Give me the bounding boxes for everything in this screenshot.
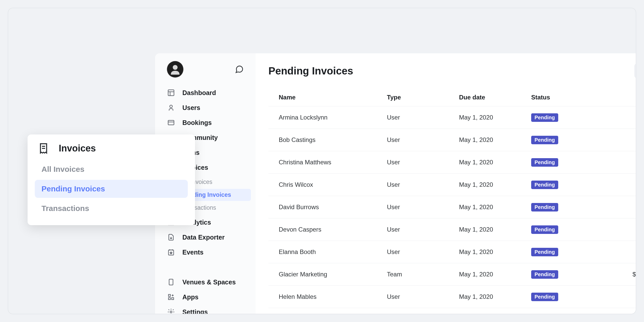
- cell-status: Pending: [531, 293, 601, 301]
- sidebar-item-users[interactable]: Users: [160, 100, 251, 115]
- cell-total: $280.75: [601, 159, 636, 166]
- sidebar-item-label: Venues & Spaces: [182, 278, 236, 286]
- cell-name: Chris Wilcox: [279, 181, 387, 188]
- cell-type: User: [387, 114, 459, 121]
- table-row[interactable]: Chris WilcoxUserMay 1, 2020Pending$314.5…: [268, 174, 636, 196]
- svg-rect-24: [172, 298, 174, 300]
- table-row[interactable]: Christina MatthewsUserMay 1, 2020Pending…: [268, 151, 636, 174]
- cell-due: May 1, 2020: [459, 114, 531, 121]
- search-box[interactable]: [634, 64, 636, 78]
- sidebar-item-venues[interactable]: Venues & Spaces: [160, 275, 251, 290]
- sidebar-item-apps[interactable]: Apps: [160, 290, 251, 304]
- table-row[interactable]: Elanna BoothUserMay 1, 2020Pending$320.0…: [268, 241, 636, 263]
- status-badge: Pending: [531, 248, 558, 256]
- cell-total: $500.00: [601, 226, 636, 233]
- sidebar-item-label: Users: [182, 104, 200, 112]
- apps-icon: [167, 293, 175, 301]
- sidebar-item-bookings[interactable]: Bookings: [160, 115, 251, 130]
- cell-due: May 1, 2020: [459, 181, 531, 188]
- cell-status: Pending: [531, 270, 601, 279]
- table-row[interactable]: Armina LockslynnUserMay 1, 2020Pending$1…: [268, 106, 636, 129]
- avatar-icon: [167, 62, 183, 77]
- table-row[interactable]: Glacier MarketingTeamMay 1, 2020Pending$…: [268, 263, 636, 286]
- popover-item-pending-invoices[interactable]: Pending Invoices: [35, 180, 188, 198]
- cell-due: May 1, 2020: [459, 293, 531, 300]
- cell-total: $660.00: [601, 204, 636, 211]
- column-header-status: Status: [531, 94, 601, 101]
- status-badge: Pending: [531, 270, 558, 279]
- svg-point-5: [170, 105, 172, 108]
- table-header: Name Type Due date Status Total: [268, 88, 636, 106]
- table-row[interactable]: Helen MablesUserMay 1, 2020Pending$192.5…: [268, 286, 636, 308]
- popover-title: Invoices: [59, 143, 96, 154]
- cell-status: Pending: [531, 248, 601, 256]
- sidebar-item-data-exporter[interactable]: Data Exporter: [160, 230, 251, 245]
- cell-due: May 1, 2020: [459, 204, 531, 211]
- chat-icon[interactable]: [235, 65, 244, 74]
- column-header-name: Name: [279, 94, 387, 101]
- user-icon: [167, 104, 175, 112]
- column-header-type: Type: [387, 94, 459, 101]
- table-row[interactable]: Jonathan LouisUserMay 1, 2020Pending$264…: [268, 308, 636, 314]
- status-badge: Pending: [531, 113, 558, 122]
- status-badge: Pending: [531, 293, 558, 301]
- status-badge: Pending: [531, 181, 558, 189]
- sidebar-header: [160, 61, 251, 83]
- cell-type: User: [387, 136, 459, 143]
- page-title: Pending Invoices: [268, 65, 353, 77]
- svg-rect-23: [168, 298, 171, 300]
- table-row[interactable]: David BurrowsUserMay 1, 2020Pending$660.…: [268, 196, 636, 218]
- popover-items: All Invoices Pending Invoices Transactio…: [35, 160, 188, 217]
- cell-status: Pending: [531, 181, 601, 189]
- receipt-icon: [37, 142, 50, 155]
- table-row[interactable]: Devon CaspersUserMay 1, 2020Pending$500.…: [268, 218, 636, 241]
- cell-name: Devon Caspers: [279, 226, 387, 233]
- main-content: Pending Invoices Name Type Due date Stat…: [256, 53, 636, 314]
- cell-type: Team: [387, 271, 459, 278]
- status-badge: Pending: [531, 158, 558, 167]
- cell-total: $192.50: [601, 114, 636, 121]
- cell-type: User: [387, 181, 459, 188]
- cell-name: David Burrows: [279, 204, 387, 211]
- sidebar-item-dashboard[interactable]: Dashboard: [160, 85, 251, 100]
- avatar[interactable]: [167, 61, 183, 78]
- invoices-table: Name Type Due date Status Total Armina L…: [268, 88, 636, 314]
- sidebar-item-label: Settings: [182, 308, 208, 315]
- export-icon: [167, 233, 175, 241]
- venues-icon: [167, 278, 175, 286]
- svg-rect-17: [169, 279, 173, 285]
- cell-status: Pending: [531, 136, 601, 144]
- cell-due: May 1, 2020: [459, 159, 531, 166]
- sidebar-item-label: Data Exporter: [182, 234, 225, 241]
- column-header-total: Total: [601, 94, 636, 101]
- svg-point-27: [170, 311, 172, 313]
- main-header: Pending Invoices: [268, 64, 636, 78]
- sidebar-item-settings[interactable]: Settings: [160, 304, 251, 314]
- cell-type: User: [387, 204, 459, 211]
- sidebar-item-label: Bookings: [182, 119, 212, 126]
- settings-icon: [167, 308, 175, 314]
- cell-name: Christina Matthews: [279, 159, 387, 166]
- nav-section-secondary: Venues & Spaces Apps Settings: [160, 275, 251, 314]
- table-row[interactable]: Bob CastingsUserMay 1, 2020Pending$330.0…: [268, 129, 636, 151]
- cell-name: Helen Mables: [279, 293, 387, 300]
- status-badge: Pending: [531, 225, 558, 234]
- cell-due: May 1, 2020: [459, 248, 531, 256]
- svg-rect-22: [168, 294, 171, 296]
- status-badge: Pending: [531, 203, 558, 211]
- popover-item-all-invoices[interactable]: All Invoices: [35, 160, 188, 178]
- popover-item-transactions[interactable]: Transactions: [35, 199, 188, 217]
- cell-type: User: [387, 226, 459, 233]
- layout-icon: [167, 89, 175, 97]
- popover-header: Invoices: [35, 142, 188, 160]
- cell-status: Pending: [531, 203, 601, 211]
- sidebar-item-events[interactable]: Events: [160, 245, 251, 260]
- sidebar-item-label: Events: [182, 249, 204, 256]
- cell-due: May 1, 2020: [459, 226, 531, 233]
- cell-type: User: [387, 159, 459, 166]
- cell-total: $330.00: [601, 136, 636, 143]
- cell-due: May 1, 2020: [459, 271, 531, 278]
- table-body: Armina LockslynnUserMay 1, 2020Pending$1…: [268, 106, 636, 314]
- svg-rect-2: [168, 90, 174, 96]
- cell-due: May 1, 2020: [459, 136, 531, 143]
